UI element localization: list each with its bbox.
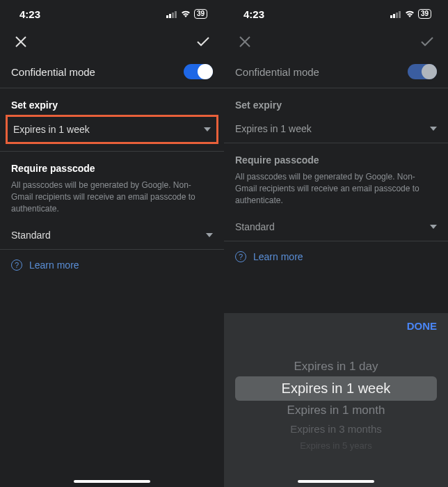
picker-option[interactable]: Expires in 3 months bbox=[290, 420, 382, 438]
picker-option-selected[interactable]: Expires in 1 week bbox=[235, 376, 437, 401]
confidential-mode-row: Confidential mode bbox=[224, 56, 448, 88]
signal-icon bbox=[166, 8, 177, 20]
top-bar bbox=[0, 28, 224, 56]
expiry-dropdown[interactable]: Expires in 1 week bbox=[6, 115, 218, 144]
close-icon[interactable] bbox=[235, 32, 255, 51]
passcode-title: Require passcode bbox=[224, 143, 448, 170]
chevron-down-icon bbox=[430, 127, 437, 131]
status-time: 4:23 bbox=[19, 8, 40, 20]
status-icons: 39 bbox=[166, 8, 207, 20]
close-icon[interactable] bbox=[11, 32, 31, 51]
svg-rect-7 bbox=[399, 11, 401, 18]
learn-more-link[interactable]: ? Learn more bbox=[0, 250, 224, 280]
chevron-down-icon bbox=[430, 225, 437, 229]
confirm-icon[interactable] bbox=[193, 32, 213, 51]
confidential-mode-row: Confidential mode bbox=[0, 56, 224, 88]
passcode-title: Require passcode bbox=[0, 152, 224, 178]
picker-wheel[interactable]: Expires in 1 day Expires in 1 week Expir… bbox=[224, 339, 448, 471]
chevron-down-icon bbox=[206, 233, 213, 237]
expiry-title: Set expiry bbox=[0, 88, 224, 115]
battery-icon: 39 bbox=[418, 9, 431, 19]
picker-option[interactable]: Expires in 1 month bbox=[287, 401, 385, 420]
passcode-desc: All passcodes will be generated by Googl… bbox=[0, 178, 224, 221]
expiry-value: Expires in 1 week bbox=[13, 124, 90, 135]
expiry-title: Set expiry bbox=[224, 88, 448, 115]
signal-icon bbox=[390, 8, 401, 20]
svg-rect-2 bbox=[172, 13, 174, 18]
picker-option[interactable]: Expires in 5 years bbox=[300, 438, 371, 454]
status-bar: 4:23 39 bbox=[0, 0, 224, 28]
svg-rect-6 bbox=[396, 13, 398, 18]
wifi-icon bbox=[404, 8, 415, 20]
passcode-dropdown[interactable]: Standard bbox=[224, 213, 448, 241]
expiry-dropdown[interactable]: Expires in 1 week bbox=[224, 115, 448, 143]
status-icons: 39 bbox=[390, 8, 431, 20]
confirm-icon[interactable] bbox=[417, 32, 437, 51]
chevron-down-icon bbox=[204, 127, 211, 131]
help-icon: ? bbox=[11, 260, 22, 271]
home-indicator[interactable] bbox=[298, 480, 374, 483]
wifi-icon bbox=[180, 8, 191, 20]
confidential-label: Confidential mode bbox=[235, 66, 319, 78]
status-bar: 4:23 39 bbox=[224, 0, 448, 28]
confidential-toggle[interactable] bbox=[408, 64, 437, 79]
learn-more-label: Learn more bbox=[29, 260, 79, 271]
passcode-value: Standard bbox=[235, 221, 275, 232]
status-time: 4:23 bbox=[243, 8, 264, 20]
top-bar bbox=[224, 28, 448, 56]
expiry-value: Expires in 1 week bbox=[235, 123, 312, 134]
phone-left: 4:23 39 Confidential mode Set expiry Exp… bbox=[0, 0, 224, 487]
picker-done-button[interactable]: DONE bbox=[407, 320, 437, 332]
confidential-toggle[interactable] bbox=[184, 64, 213, 79]
phone-right: 4:23 39 Confidential mode Set expiry Exp… bbox=[224, 0, 448, 487]
picker-toolbar: DONE bbox=[224, 313, 448, 339]
svg-rect-3 bbox=[175, 11, 177, 18]
svg-rect-5 bbox=[393, 14, 395, 18]
learn-more-link[interactable]: ? Learn more bbox=[224, 241, 448, 272]
help-icon: ? bbox=[235, 251, 246, 262]
confidential-label: Confidential mode bbox=[11, 66, 95, 78]
passcode-dropdown[interactable]: Standard bbox=[0, 221, 224, 249]
svg-rect-1 bbox=[169, 14, 171, 18]
battery-icon: 39 bbox=[194, 9, 207, 19]
svg-rect-4 bbox=[390, 15, 392, 18]
svg-rect-0 bbox=[166, 15, 168, 18]
passcode-desc: All passcodes will be generated by Googl… bbox=[224, 170, 448, 213]
picker-option[interactable]: Expires in 1 day bbox=[294, 357, 378, 376]
picker-panel: DONE Expires in 1 day Expires in 1 week … bbox=[224, 313, 448, 487]
home-indicator[interactable] bbox=[74, 480, 150, 483]
learn-more-label: Learn more bbox=[253, 251, 303, 262]
passcode-value: Standard bbox=[11, 230, 51, 241]
